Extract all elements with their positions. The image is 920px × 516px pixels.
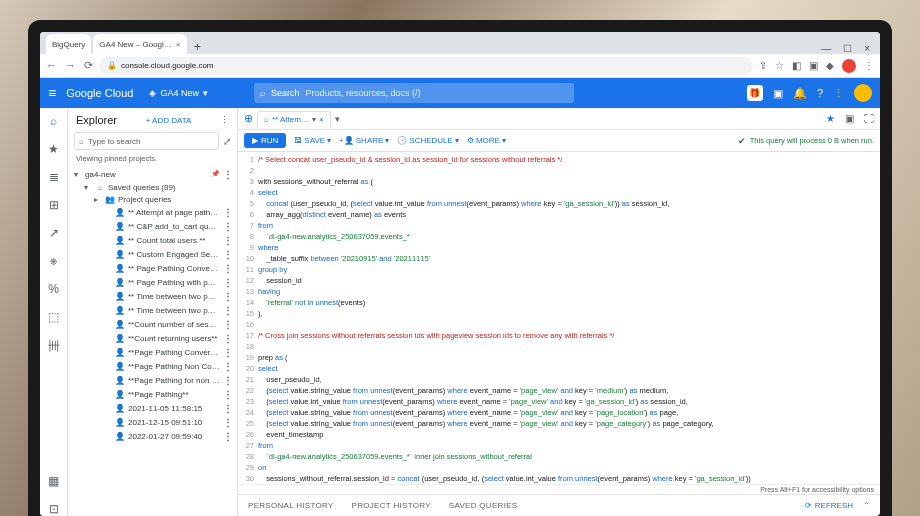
- window-close-icon[interactable]: ×: [864, 43, 870, 54]
- more-icon[interactable]: ⋮: [223, 291, 233, 302]
- rail-icon[interactable]: ⎈: [50, 254, 57, 268]
- project-picker[interactable]: ◈ GA4 New ▾: [143, 86, 214, 100]
- rail-icon[interactable]: ↗: [49, 226, 59, 240]
- refresh-button[interactable]: ⟳REFRESH: [805, 501, 853, 510]
- tree-query-item[interactable]: 👤** Count total users **⋮: [68, 233, 237, 247]
- search-input[interactable]: ⌕ Search Products, resources, docs (/): [254, 83, 574, 103]
- tab-project-history[interactable]: PROJECT HISTORY: [352, 501, 431, 510]
- tree-query-item[interactable]: 👤2021-12-15 09:51:10⋮: [68, 415, 237, 429]
- share-icon[interactable]: ⇪: [759, 60, 767, 71]
- tree-query-item[interactable]: 👤** Custom Engaged Sessi…⋮: [68, 247, 237, 261]
- product-logo[interactable]: Google Cloud: [66, 87, 133, 99]
- rail-icon[interactable]: 卌: [48, 338, 60, 355]
- browser-tab[interactable]: BigQuery: [46, 34, 91, 54]
- tree-project[interactable]: ▾ga4-new📌⋮: [68, 167, 237, 181]
- rail-icon[interactable]: ≣: [49, 170, 59, 184]
- free-trial-icon[interactable]: 🎁: [747, 85, 763, 101]
- more-icon[interactable]: ⋮: [223, 417, 233, 428]
- rail-icon[interactable]: ★: [48, 142, 59, 156]
- star-icon[interactable]: ☆: [775, 60, 784, 71]
- tree-query-item[interactable]: 👤2022-01-27 09:59:40⋮: [68, 429, 237, 443]
- more-icon[interactable]: ⋮: [223, 375, 233, 386]
- more-icon[interactable]: ⋮: [223, 389, 233, 400]
- profile-avatar[interactable]: [842, 59, 856, 73]
- add-data-button[interactable]: + ADD DATA: [146, 116, 192, 125]
- more-icon[interactable]: ⋮: [223, 333, 233, 344]
- sql-editor[interactable]: 1234567891011121314151617181920212223242…: [238, 152, 880, 484]
- help-icon[interactable]: ?: [817, 87, 823, 99]
- extension-icon[interactable]: ▣: [809, 60, 818, 71]
- tab-overflow-icon[interactable]: ▾: [335, 114, 340, 124]
- tree-query-item[interactable]: 👤**Page Pathing Non Conv…⋮: [68, 359, 237, 373]
- tree-query-item[interactable]: 👤** Time between two pag…⋮: [68, 303, 237, 317]
- fullscreen-icon[interactable]: ⛶: [864, 113, 874, 124]
- save-button[interactable]: 🖫SAVE▾: [294, 136, 331, 145]
- more-button[interactable]: ⚙MORE▾: [467, 136, 506, 145]
- tree-query-item[interactable]: 👤** C&P add_to_cart query**⋮: [68, 219, 237, 233]
- close-icon[interactable]: ×: [319, 115, 324, 124]
- more-icon[interactable]: ⋮: [223, 235, 233, 246]
- compose-icon[interactable]: ⊕: [244, 112, 253, 125]
- rail-icon[interactable]: ⊡: [49, 502, 59, 516]
- tree-query-item[interactable]: 👤** Page Pathing Converte…⋮: [68, 261, 237, 275]
- rail-icon[interactable]: ▦: [48, 474, 59, 488]
- back-icon[interactable]: ←: [46, 59, 57, 72]
- more-icon[interactable]: ⋮: [223, 277, 233, 288]
- forward-icon[interactable]: →: [65, 59, 76, 72]
- window-maximize-icon[interactable]: ☐: [843, 43, 852, 54]
- more-icon[interactable]: ⋮: [223, 263, 233, 274]
- tree-query-item[interactable]: 👤**Page Pathing**⋮: [68, 387, 237, 401]
- menu-icon[interactable]: ⋮: [864, 60, 874, 71]
- more-icon[interactable]: ⋮: [223, 249, 233, 260]
- new-tab-button[interactable]: +: [189, 40, 207, 54]
- collapse-icon[interactable]: ⌃: [863, 501, 870, 510]
- tree-query-item[interactable]: 👤**Count returning users**⋮: [68, 331, 237, 345]
- rail-icon[interactable]: ⬚: [48, 310, 59, 324]
- explorer-search-input[interactable]: ⌕ Type to search: [74, 132, 219, 150]
- tree-query-item[interactable]: 👤**Page Pathing for non c…⋮: [68, 373, 237, 387]
- more-icon[interactable]: ⋮: [223, 319, 233, 330]
- more-icon[interactable]: ⋮: [223, 403, 233, 414]
- more-icon[interactable]: ⋮: [833, 87, 844, 100]
- more-icon[interactable]: ⋮: [223, 207, 233, 218]
- tree-query-item[interactable]: 👤**Page Pathing Converter…⋮: [68, 345, 237, 359]
- pin-icon[interactable]: 📌: [211, 170, 220, 178]
- tab-saved-queries[interactable]: SAVED QUERIES: [449, 501, 518, 510]
- tree-query-item[interactable]: 👤** Page Pathing with pag…⋮: [68, 275, 237, 289]
- more-icon[interactable]: ⋮: [223, 221, 233, 232]
- rail-icon[interactable]: ⊞: [49, 198, 59, 212]
- schedule-button[interactable]: 🕒SCHEDULE▾: [397, 136, 459, 145]
- tree-saved-queries[interactable]: ▾⌕Saved queries (89): [68, 181, 237, 193]
- close-icon[interactable]: ×: [176, 40, 181, 49]
- editor-tab[interactable]: ⌕ ** Attem… ▾ ×: [257, 111, 331, 128]
- expand-icon[interactable]: ⤢: [223, 136, 231, 147]
- tree-query-item[interactable]: 👤** Time between two pag…⋮: [68, 289, 237, 303]
- rail-explorer-icon[interactable]: ⌕: [50, 114, 57, 128]
- address-bar[interactable]: 🔒 console.cloud.google.com: [99, 57, 753, 75]
- extension-icon[interactable]: ◧: [792, 60, 801, 71]
- cloud-shell-icon[interactable]: ▣: [773, 87, 783, 100]
- more-icon[interactable]: ⋮: [220, 115, 229, 125]
- tab-personal-history[interactable]: PERSONAL HISTORY: [248, 501, 334, 510]
- more-icon[interactable]: ⋮: [223, 305, 233, 316]
- window-minimize-icon[interactable]: —: [821, 43, 831, 54]
- extension-icon[interactable]: ◆: [826, 60, 834, 71]
- reload-icon[interactable]: ⟳: [84, 59, 93, 72]
- more-icon[interactable]: ⋮: [223, 169, 233, 180]
- tree-project-queries[interactable]: ▸👥Project queries: [68, 193, 237, 205]
- notifications-icon[interactable]: 🔔: [793, 87, 807, 100]
- star-icon[interactable]: ★: [826, 113, 835, 124]
- more-icon[interactable]: ⋮: [223, 361, 233, 372]
- more-icon[interactable]: ⋮: [223, 431, 233, 442]
- account-avatar[interactable]: [854, 84, 872, 102]
- rail-icon[interactable]: %: [48, 282, 59, 296]
- browser-tab[interactable]: GA4 New – Googl…×: [93, 34, 186, 54]
- share-button[interactable]: +👤SHARE▾: [339, 136, 389, 145]
- tree-query-item[interactable]: 👤**Count number of sessio…⋮: [68, 317, 237, 331]
- run-button[interactable]: ▶RUN: [244, 133, 286, 148]
- nav-menu-icon[interactable]: ≡: [48, 85, 56, 101]
- more-icon[interactable]: ⋮: [223, 347, 233, 358]
- panel-icon[interactable]: ▣: [845, 113, 854, 124]
- tree-query-item[interactable]: 👤** Attempt at page pathin…⋮: [68, 205, 237, 219]
- tree-query-item[interactable]: 👤2021-11-05 11:58:15⋮: [68, 401, 237, 415]
